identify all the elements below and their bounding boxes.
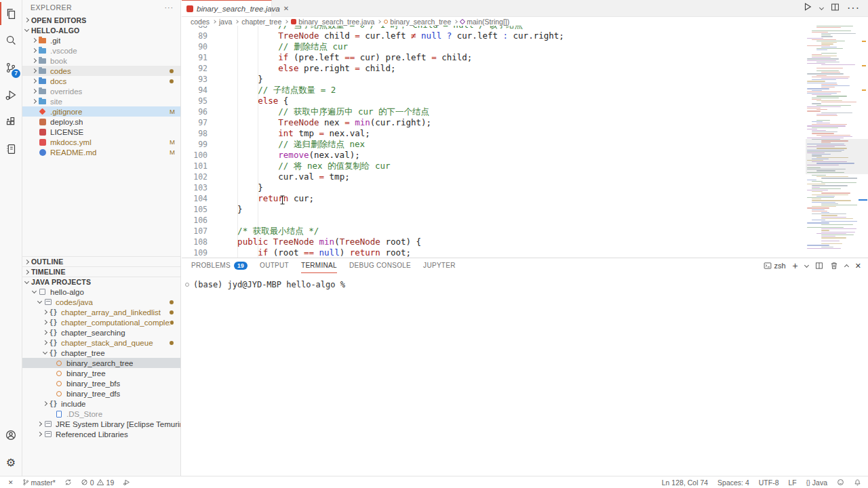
- sidebar-item-site[interactable]: site: [22, 96, 180, 106]
- sidebar-item-mkdocs.yml[interactable]: mkdocs.ymlM: [22, 137, 180, 147]
- sidebar-more-actions-icon[interactable]: ···: [165, 3, 174, 12]
- sidebar-item-overrides[interactable]: overrides: [22, 86, 180, 96]
- java-item-chapter_tree[interactable]: {}chapter_tree: [22, 348, 180, 358]
- feedback-smiley-icon[interactable]: [837, 479, 844, 486]
- status-ln-128-col-74[interactable]: Ln 128, Col 74: [662, 479, 708, 487]
- new-terminal-icon[interactable]: +: [793, 260, 798, 271]
- section-timeline[interactable]: TIMELINE: [22, 266, 180, 277]
- breadcrumb-java[interactable]: java: [219, 18, 232, 26]
- java-item-Referenced-Libraries[interactable]: Referenced Libraries: [22, 429, 180, 439]
- sidebar-item-codes[interactable]: codes: [22, 66, 180, 76]
- tab-close-icon[interactable]: ✕: [283, 5, 289, 12]
- terminal-content[interactable]: (base) jyd@JYD-MBP hello-algo %: [182, 273, 868, 289]
- sidebar-item-README.md[interactable]: README.mdM: [22, 147, 180, 157]
- run-debug-icon[interactable]: [0, 81, 22, 108]
- section-java-projects[interactable]: JAVA PROJECTS: [22, 277, 180, 287]
- file-label: site: [50, 98, 62, 106]
- run-button[interactable]: [803, 2, 812, 14]
- terminal-shell-button[interactable]: zsh: [764, 262, 785, 270]
- account-icon[interactable]: [0, 422, 22, 449]
- more-actions-icon[interactable]: ···: [847, 2, 860, 14]
- sidebar-item-.git[interactable]: .git: [22, 35, 180, 45]
- minimap-line: [821, 205, 857, 205]
- modified-dot: [170, 321, 174, 325]
- breadcrumb-binary_search_tree-java[interactable]: binary_search_tree.java: [291, 18, 374, 26]
- source-control-icon[interactable]: 7: [0, 54, 22, 81]
- java-item-hello-algo[interactable]: hello-algo: [22, 287, 180, 297]
- notifications-bell-icon[interactable]: [854, 479, 861, 486]
- kill-terminal-trash-icon[interactable]: [830, 262, 838, 270]
- panel-tab-jupyter[interactable]: JUPYTER: [423, 258, 456, 273]
- section-open-editors[interactable]: OPEN EDITORS: [22, 15, 180, 25]
- section-outline[interactable]: OUTLINE: [22, 256, 180, 266]
- extensions-icon[interactable]: [0, 108, 22, 136]
- java-item-chapter_searching[interactable]: {}chapter_searching: [22, 327, 180, 338]
- code-editor[interactable]: 88 // 当子结点数量 = 0 / 1 时， child = null / 该…: [182, 26, 868, 258]
- close-panel-icon[interactable]: ✕: [855, 262, 861, 270]
- split-terminal-icon[interactable]: [815, 262, 823, 270]
- status-spaces-4[interactable]: Spaces: 4: [717, 479, 749, 487]
- line-number: 90: [182, 41, 208, 52]
- java-item-JRE-System-Library-Eclipse-Temurin-17-17...[interactable]: JRE System Library [Eclipse Temurin 17 […: [22, 419, 180, 429]
- sidebar-item-.vscode[interactable]: .vscode: [22, 45, 180, 56]
- breadcrumb-binary_search_tree[interactable]: binary_search_tree: [384, 18, 451, 26]
- run-dropdown-chevron-icon[interactable]: [819, 5, 824, 9]
- chevron-right-icon: [31, 58, 36, 63]
- settings-gear-icon[interactable]: ⚙: [0, 449, 22, 476]
- java-item-binary_tree[interactable]: binary_tree: [22, 368, 180, 378]
- sidebar-item-book[interactable]: book: [22, 56, 180, 66]
- java-item-binary_tree_dfs[interactable]: binary_tree_dfs: [22, 388, 180, 399]
- minimap-line: [812, 56, 837, 56]
- code-text: }: [217, 74, 263, 85]
- minimap-line: [816, 41, 845, 41]
- java-item-binary_search_tree[interactable]: binary_search_tree: [22, 358, 180, 368]
- breadcrumb-separator-icon: [454, 20, 458, 24]
- panel-tab-output[interactable]: OUTPUT: [260, 258, 289, 273]
- panel-tab-terminal[interactable]: TERMINAL: [301, 258, 337, 273]
- file-label: .gitignore: [50, 108, 82, 116]
- sidebar-item-LICENSE[interactable]: LICENSE: [22, 127, 180, 137]
- status-label: Java: [812, 479, 827, 487]
- notebook-icon[interactable]: [0, 136, 22, 163]
- java-item-binary_tree_bfs[interactable]: binary_tree_bfs: [22, 378, 180, 388]
- minimap-line: [821, 47, 837, 47]
- explorer-icon[interactable]: [0, 0, 22, 27]
- status-run-debug-icon[interactable]: [123, 479, 130, 486]
- java-item-label: binary_search_tree: [66, 359, 133, 367]
- sidebar-item-deploy.sh[interactable]: deploy.sh: [22, 117, 180, 127]
- split-editor-icon[interactable]: [831, 2, 840, 14]
- panel-tab-debug-console[interactable]: DEBUG CONSOLE: [349, 258, 411, 273]
- maximize-panel-chevron-icon[interactable]: [844, 264, 849, 269]
- java-item-include[interactable]: {}include: [22, 399, 180, 409]
- terminal-dropdown-chevron-icon[interactable]: [804, 262, 809, 267]
- java-item-chapter_array_and_linkedlist[interactable]: {}chapter_array_and_linkedlist: [22, 307, 180, 317]
- git-branch-item[interactable]: master*: [22, 479, 56, 487]
- java-item-codes-java[interactable]: codes/java: [22, 297, 180, 307]
- panel-tab-problems[interactable]: PROBLEMS19: [191, 258, 248, 273]
- java-item-chapter_stack_and_queue[interactable]: {}chapter_stack_and_queue: [22, 338, 180, 348]
- minimap-line: [816, 27, 841, 28]
- minimap-line: [812, 130, 826, 131]
- remote-indicator-icon[interactable]: ✕: [8, 479, 14, 486]
- java-item-.DS_Store[interactable]: .DS_Store: [22, 409, 180, 419]
- status-java[interactable]: {}Java: [806, 479, 827, 487]
- problems-status-item[interactable]: 0 19: [81, 479, 115, 487]
- sidebar-item-.gitignore[interactable]: .gitignoreM: [22, 106, 180, 117]
- java-item-chapter_computational_complexity[interactable]: {}chapter_computational_complexity: [22, 317, 180, 327]
- breadcrumb-chapter_tree[interactable]: chapter_tree: [241, 18, 281, 26]
- search-icon[interactable]: [0, 27, 22, 54]
- status-lf[interactable]: LF: [789, 479, 797, 487]
- minimap-line: [821, 64, 855, 65]
- minimap-line: [812, 195, 848, 195]
- status-utf-8[interactable]: UTF-8: [759, 479, 779, 487]
- sync-changes-icon[interactable]: [64, 479, 72, 486]
- line-number: 98: [182, 128, 208, 139]
- sidebar-item-docs[interactable]: docs: [22, 76, 180, 86]
- breadcrumb-main-String-[interactable]: main(String[]): [460, 18, 509, 26]
- minimap-line: [812, 131, 837, 132]
- minimap-line: [816, 233, 846, 234]
- tab-binary-search-tree[interactable]: binary_search_tree.java ✕: [182, 0, 272, 16]
- section-root-folder[interactable]: HELLO-ALGO: [22, 25, 180, 35]
- breadcrumb-codes[interactable]: codes: [191, 18, 210, 26]
- line-number: 94: [182, 85, 208, 96]
